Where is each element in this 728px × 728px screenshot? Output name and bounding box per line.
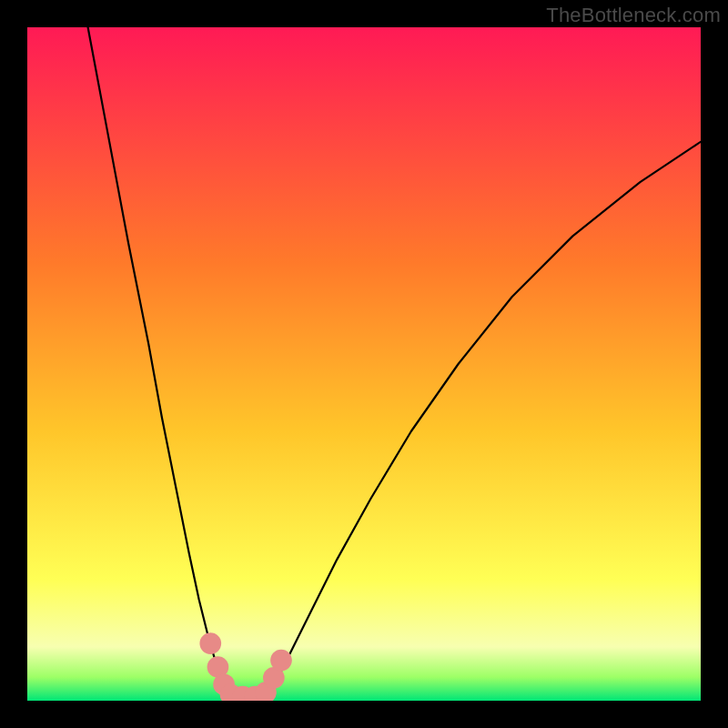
curve-layer [27,27,701,701]
chart-frame: TheBottleneck.com [0,0,728,728]
bottleneck-curve-right [267,142,701,695]
left-marker-1 [199,632,221,654]
plot-area [27,27,701,701]
right-marker-3 [270,650,292,672]
watermark-text: TheBottleneck.com [546,4,721,27]
bottleneck-curve-left [88,27,228,695]
